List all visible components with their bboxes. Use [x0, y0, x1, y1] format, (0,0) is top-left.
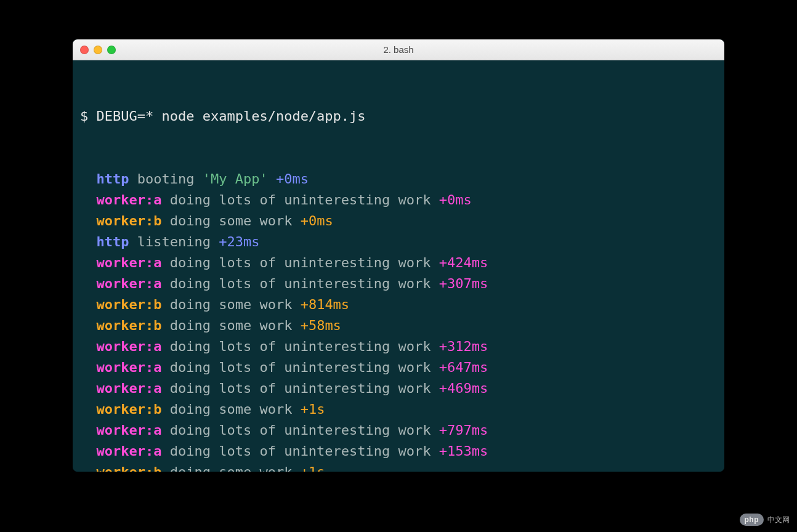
- log-line: worker:a doing lots of uninteresting wor…: [80, 441, 717, 462]
- log-time: +58ms: [301, 318, 341, 333]
- minimize-icon[interactable]: [94, 46, 102, 54]
- log-message: doing lots of uninteresting work: [170, 339, 431, 354]
- log-namespace: worker:a: [96, 381, 161, 396]
- log-line: worker:b doing some work +1s: [80, 462, 717, 472]
- log-namespace: worker:a: [96, 255, 161, 270]
- log-quoted: 'My App': [203, 171, 268, 187]
- log-time: +312ms: [439, 339, 488, 354]
- log-message: doing lots of uninteresting work: [170, 255, 431, 270]
- log-namespace: worker:b: [96, 213, 161, 228]
- log-line: worker:b doing some work +1s: [80, 399, 717, 420]
- log-message: doing lots of uninteresting work: [170, 422, 431, 438]
- log-line: worker:b doing some work +814ms: [80, 294, 717, 315]
- log-namespace: http: [96, 234, 129, 249]
- log-message: doing lots of uninteresting work: [170, 381, 431, 396]
- log-time: +0ms: [301, 213, 333, 228]
- log-line: http booting 'My App' +0ms: [80, 169, 717, 190]
- log-output: http booting 'My App' +0msworker:a doing…: [80, 169, 717, 472]
- log-time: +797ms: [439, 422, 488, 438]
- log-message: booting: [137, 171, 203, 187]
- log-message: doing some work: [170, 213, 293, 228]
- terminal-window: 2. bash $ DEBUG=* node examples/node/app…: [73, 39, 724, 472]
- log-message: doing lots of uninteresting work: [170, 360, 431, 375]
- log-time: +1s: [301, 464, 325, 472]
- log-namespace: http: [96, 171, 129, 187]
- log-time: +647ms: [439, 360, 488, 375]
- log-line: worker:b doing some work +0ms: [80, 211, 717, 232]
- prompt-symbol: $: [80, 108, 97, 124]
- log-time: +424ms: [439, 255, 488, 270]
- log-message: listening: [137, 234, 211, 249]
- log-line: worker:a doing lots of uninteresting wor…: [80, 357, 717, 378]
- log-time: +814ms: [301, 297, 349, 312]
- log-namespace: worker:a: [96, 422, 161, 438]
- watermark-text: 中文网: [767, 515, 790, 525]
- watermark-pill: php: [740, 514, 764, 526]
- log-line: worker:a doing lots of uninteresting wor…: [80, 252, 717, 273]
- log-line: worker:a doing lots of uninteresting wor…: [80, 420, 717, 441]
- log-line: worker:a doing lots of uninteresting wor…: [80, 378, 717, 399]
- log-message: doing some work: [170, 401, 293, 417]
- zoom-icon[interactable]: [107, 46, 116, 54]
- title-bar: 2. bash: [73, 39, 724, 60]
- log-namespace: worker:a: [96, 339, 161, 354]
- log-namespace: worker:a: [96, 192, 161, 208]
- window-title: 2. bash: [73, 44, 724, 55]
- log-time: +153ms: [439, 443, 488, 459]
- log-line: worker:a doing lots of uninteresting wor…: [80, 336, 717, 357]
- log-namespace: worker:b: [96, 318, 161, 333]
- log-namespace: worker:a: [96, 360, 161, 375]
- log-namespace: worker:a: [96, 443, 161, 459]
- log-message: doing some work: [170, 318, 293, 333]
- log-message: doing lots of uninteresting work: [170, 276, 431, 291]
- log-namespace: worker:a: [96, 276, 161, 291]
- log-line: worker:a doing lots of uninteresting wor…: [80, 190, 717, 211]
- log-message: doing some work: [170, 464, 293, 472]
- log-line: http listening +23ms: [80, 232, 717, 252]
- log-namespace: worker:b: [96, 464, 161, 472]
- log-time: +0ms: [276, 171, 309, 187]
- log-namespace: worker:b: [96, 401, 161, 417]
- command-text: DEBUG=* node examples/node/app.js: [97, 108, 366, 124]
- log-time: +1s: [301, 401, 325, 417]
- log-line: worker:a doing lots of uninteresting wor…: [80, 273, 717, 294]
- log-message: doing lots of uninteresting work: [170, 192, 431, 208]
- log-time: +0ms: [439, 192, 472, 208]
- log-message: doing some work: [170, 297, 293, 312]
- log-message: doing lots of uninteresting work: [170, 443, 431, 459]
- traffic-lights: [80, 46, 116, 54]
- close-icon[interactable]: [80, 46, 89, 54]
- command-line: $ DEBUG=* node examples/node/app.js: [80, 106, 717, 127]
- log-time: +469ms: [439, 381, 488, 396]
- terminal-body[interactable]: $ DEBUG=* node examples/node/app.js http…: [73, 60, 724, 472]
- log-time: +307ms: [439, 276, 488, 291]
- log-line: worker:b doing some work +58ms: [80, 315, 717, 336]
- watermark: php 中文网: [740, 514, 790, 526]
- log-message: [268, 171, 276, 187]
- log-time: +23ms: [219, 234, 259, 249]
- log-namespace: worker:b: [96, 297, 161, 312]
